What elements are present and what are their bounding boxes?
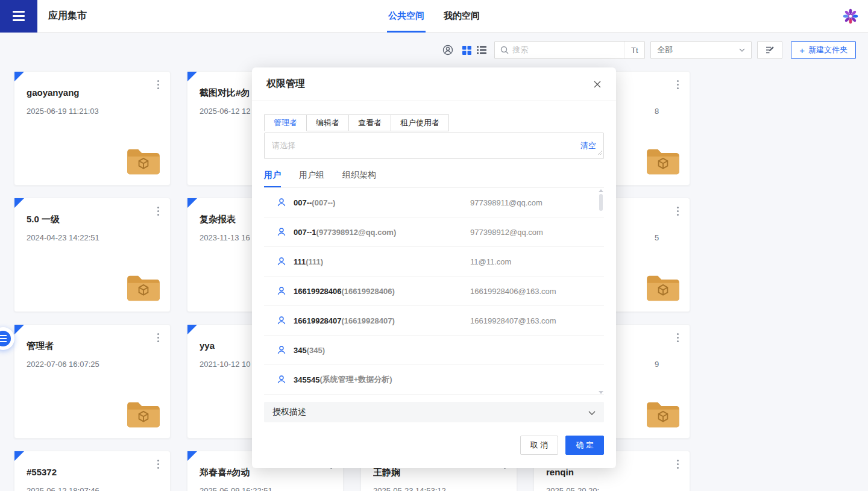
- card-time-fragment: 8: [655, 107, 659, 116]
- corner-flag-icon: [14, 198, 24, 208]
- card-time: 2025-06-12 18:07:46: [27, 486, 99, 491]
- person-icon: [276, 197, 287, 208]
- user-list-item[interactable]: 345545(系统管理+数据分析): [264, 365, 604, 395]
- scroll-up-icon[interactable]: [599, 189, 603, 192]
- card-menu-icon[interactable]: [677, 210, 679, 212]
- user-email: 16619928407@163.com: [470, 316, 556, 325]
- search-placeholder: 搜索: [512, 45, 624, 55]
- user-name: 345: [294, 346, 307, 355]
- resize-grabber-icon[interactable]: [597, 147, 603, 158]
- folder-card[interactable]: gaoyanyang 2025-06-19 11:21:03: [14, 71, 171, 186]
- card-menu-icon[interactable]: [157, 210, 159, 212]
- user-name: 007--: [294, 198, 312, 207]
- brand-logo-icon[interactable]: [843, 8, 858, 27]
- close-icon[interactable]: [593, 80, 602, 89]
- card-menu-icon[interactable]: [157, 337, 159, 339]
- type-filter-value: 全部: [657, 45, 673, 55]
- corner-flag-icon: [14, 451, 24, 461]
- folder-card[interactable]: #55372 2025-06-12 18:07:46: [14, 451, 171, 491]
- tab-tenant-user[interactable]: 租户使用者: [391, 114, 449, 131]
- search-icon: [500, 46, 509, 54]
- card-time: 2025-05-23 14:53:12: [373, 486, 446, 491]
- user-list-item[interactable]: 007--1(977398912@qq.com) 977398912@qq.co…: [264, 217, 604, 247]
- card-title: 5.0 一级: [27, 214, 147, 225]
- card-menu-icon[interactable]: [157, 463, 159, 465]
- select-placeholder: 请选择: [272, 140, 295, 151]
- card-time: 2022-07-06 16:07:25: [27, 360, 99, 369]
- floating-helper-button[interactable]: [0, 327, 14, 350]
- chevron-down-icon: [588, 407, 596, 417]
- folder-icon: [125, 273, 162, 303]
- user-list: 007--(007--) 977398911@qq.com 007--1(977…: [264, 188, 604, 395]
- card-title: 郑春喜#勿动: [200, 467, 320, 478]
- folder-icon: [645, 146, 681, 177]
- card-view-icon[interactable]: [462, 46, 471, 55]
- dialog-title: 权限管理: [266, 78, 305, 90]
- scroll-down-icon[interactable]: [599, 391, 603, 394]
- member-select-input[interactable]: 请选择 清空: [264, 133, 604, 159]
- user-email: 11@11.com: [470, 257, 511, 266]
- tab-org-structure[interactable]: 组织架构: [342, 170, 376, 187]
- hamburger-menu-button[interactable]: [0, 0, 37, 33]
- folder-icon: [645, 399, 681, 430]
- corner-flag-icon: [14, 72, 24, 81]
- grid-toolbar: 搜索 Tt 全部 + 新建文件夹: [442, 41, 856, 59]
- card-title: renqin: [546, 467, 667, 477]
- search-input[interactable]: 搜索 Tt: [494, 41, 645, 59]
- person-icon: [276, 227, 287, 237]
- dialog-footer: 取 消 确 定: [264, 436, 604, 455]
- user-list-item[interactable]: 16619928407(16619928407) 16619928407@163…: [264, 306, 604, 336]
- user-name: 007--1: [294, 228, 316, 237]
- scroll-thumb[interactable]: [599, 194, 603, 211]
- card-time-fragment: 9: [655, 360, 659, 369]
- cancel-button[interactable]: 取 消: [520, 436, 559, 455]
- source-tabs: 用户 用户组 组织架构: [264, 170, 604, 188]
- type-filter-select[interactable]: 全部: [650, 41, 752, 59]
- tab-viewer[interactable]: 查看者: [348, 114, 391, 131]
- my-auth-icon[interactable]: [442, 45, 453, 55]
- user-email: 977398911@qq.com: [470, 198, 542, 207]
- text-search-toggle[interactable]: Tt: [624, 42, 644, 58]
- user-list-item[interactable]: 111(111) 11@11.com: [264, 247, 604, 277]
- corner-flag-icon: [187, 72, 197, 81]
- app-title: 应用集市: [48, 10, 87, 22]
- form-list-icon: [0, 331, 11, 346]
- user-name: 345545: [294, 375, 319, 384]
- list-view-icon[interactable]: [477, 46, 486, 55]
- permission-dialog: 权限管理 管理者 编辑者 查看者 租户使用者 请选择 清空 用户 用户组 组织架…: [252, 67, 616, 468]
- chevron-down-icon: [739, 48, 745, 52]
- role-tabs: 管理者 编辑者 查看者 租户使用者: [264, 114, 604, 131]
- user-list-item[interactable]: 007--(007--) 977398911@qq.com: [264, 188, 604, 217]
- tab-user-groups[interactable]: 用户组: [299, 170, 324, 187]
- confirm-button[interactable]: 确 定: [565, 436, 604, 455]
- card-time: 2025-05-20 20:: [546, 486, 599, 491]
- tab-users[interactable]: 用户: [264, 170, 281, 187]
- user-detail: (007--): [312, 198, 335, 207]
- folder-card[interactable]: 5.0 一级 2024-04-23 14:22:51: [14, 198, 171, 312]
- person-icon: [276, 374, 287, 385]
- quick-edit-button[interactable]: [757, 41, 782, 59]
- user-name: 111: [294, 257, 306, 266]
- card-menu-icon[interactable]: [157, 84, 159, 86]
- corner-flag-icon: [187, 198, 197, 208]
- card-menu-icon[interactable]: [677, 463, 679, 465]
- user-list-item[interactable]: 345(345): [264, 336, 604, 365]
- card-menu-icon[interactable]: [677, 337, 679, 339]
- new-folder-label: 新建文件夹: [808, 45, 848, 55]
- tab-my-space[interactable]: 我的空间: [436, 0, 487, 33]
- card-title: 王静娴: [373, 467, 494, 478]
- auth-description-collapse[interactable]: 授权描述: [264, 402, 604, 422]
- card-time: 2023-11-13 16: [200, 233, 250, 242]
- card-menu-icon[interactable]: [677, 84, 679, 86]
- user-detail: (977398912@qq.com): [316, 228, 397, 237]
- clear-selection-link[interactable]: 清空: [580, 133, 596, 158]
- user-list-item[interactable]: 16619928406(16619928406) 16619928406@163…: [264, 277, 604, 306]
- tab-editor[interactable]: 编辑者: [306, 114, 349, 131]
- user-email: 16619928406@163.com: [470, 287, 556, 296]
- plus-icon: +: [799, 46, 805, 55]
- new-folder-button[interactable]: + 新建文件夹: [791, 41, 856, 59]
- folder-card[interactable]: 管理者 2022-07-06 16:07:25: [14, 324, 171, 439]
- list-scrollbar[interactable]: [598, 189, 604, 394]
- tab-admin[interactable]: 管理者: [264, 114, 307, 131]
- tab-public-space[interactable]: 公共空间: [381, 0, 432, 33]
